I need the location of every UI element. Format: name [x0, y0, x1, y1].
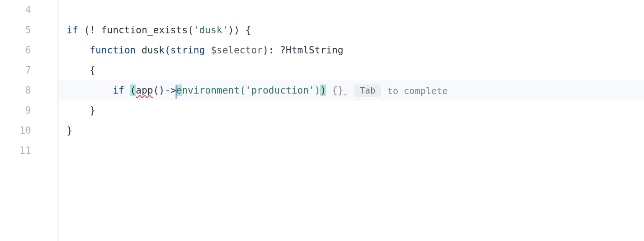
paren: (	[188, 25, 194, 36]
return-type: HtmlString	[286, 45, 343, 56]
completion-first-char: e	[176, 84, 182, 96]
paren: (	[165, 45, 171, 56]
paren-highlight: )	[320, 84, 326, 96]
line-number: 7	[0, 60, 57, 80]
variable: $selector	[211, 45, 263, 56]
func-name: function_exists	[101, 25, 188, 36]
func-name: dusk	[141, 45, 165, 56]
line-number: 8	[0, 80, 57, 100]
string-literal: 'production'	[245, 85, 315, 96]
line-number: 4	[0, 0, 57, 20]
keyword-string: string	[171, 45, 205, 56]
ghost-braces: {}	[332, 85, 343, 96]
keyword-if: if	[113, 85, 124, 96]
code-line[interactable]: }	[58, 120, 644, 141]
keyword-if: if	[67, 25, 78, 36]
indent	[67, 45, 90, 56]
tab-key-hint: Tab	[354, 84, 381, 97]
code-line[interactable]	[58, 141, 644, 161]
code-line[interactable]: function dusk(string $selector): ?HtmlSt…	[58, 40, 644, 60]
paren-highlight: (	[130, 84, 136, 96]
space	[205, 45, 211, 56]
hint-text: to complete	[387, 81, 447, 101]
space	[136, 45, 142, 56]
paren: (	[239, 85, 245, 96]
line-number: 5	[0, 20, 57, 40]
paren: )	[315, 85, 321, 96]
completion-text: nvironment	[182, 85, 239, 96]
brace-close: }	[90, 105, 96, 116]
completion-hint: Tabto complete	[354, 81, 448, 101]
indent	[67, 105, 90, 116]
code-area[interactable]: if (! function_exists('dusk')) { functio…	[58, 0, 644, 241]
string-literal: 'dusk'	[193, 25, 228, 36]
code-text: (!	[78, 25, 101, 36]
line-number: 9	[0, 100, 57, 120]
line-number: 11	[0, 141, 57, 161]
line-number-gutter: 4 5 6 7 8 9 10 11	[0, 0, 58, 241]
code-line[interactable]: {	[58, 60, 644, 80]
brace-close: }	[67, 125, 73, 136]
code-text: )) {	[228, 25, 251, 36]
code-line[interactable]	[58, 0, 644, 20]
code-editor[interactable]: 4 5 6 7 8 9 10 11 if (! function_exists(…	[0, 0, 644, 241]
keyword-function: function	[90, 45, 136, 56]
line-number: 10	[0, 120, 57, 141]
code-text: ): ?	[263, 45, 286, 56]
code-line-active[interactable]: if (app()->environment('production')) {}…	[58, 80, 644, 100]
func-call: app	[136, 85, 153, 96]
error-squiggle-icon: ∼	[343, 91, 346, 98]
indent	[67, 65, 90, 76]
code-text: ()->	[153, 85, 177, 96]
indent	[67, 85, 113, 96]
space	[124, 85, 130, 96]
code-line[interactable]: }	[58, 100, 644, 120]
line-number: 6	[0, 40, 57, 60]
code-line[interactable]: if (! function_exists('dusk')) {	[58, 20, 644, 40]
brace-open: {	[90, 65, 96, 76]
space	[326, 85, 332, 96]
